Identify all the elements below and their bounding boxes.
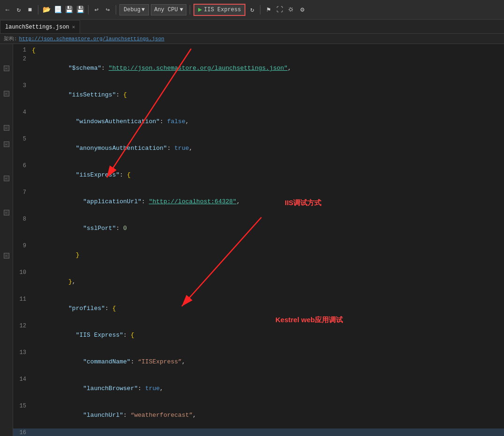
code-line: 8 "sslPort": 0: [13, 215, 504, 242]
schema-bar: 架构: http://json.schemastore.org/launchse…: [0, 34, 504, 44]
save-all-icon[interactable]: 💾: [75, 5, 85, 15]
debug-chevron-icon: ▼: [141, 7, 145, 13]
diagnostic-icon[interactable]: ⚙: [297, 5, 307, 15]
schema-link[interactable]: "http://json.schemastore.org/launchsetti…: [109, 65, 288, 72]
bookmark-icon[interactable]: ⚑: [264, 5, 273, 15]
editor-container: − − − − − − − 1 { 2 "$schema": "http://j…: [0, 44, 504, 436]
separator-5: [260, 5, 260, 15]
refresh-icon[interactable]: ↻: [14, 5, 23, 15]
code-line: 3 "iisSettings": {: [13, 81, 504, 108]
code-line: 10 },: [13, 268, 504, 295]
code-line: 15 "launchUrl": “weatherforecast”,: [13, 402, 504, 429]
collapse-envvars-iis[interactable]: −: [4, 176, 9, 181]
code-line: 4 "windowsAuthentication": false,: [13, 108, 504, 135]
code-line: 1 {: [13, 46, 504, 55]
stop-icon[interactable]: ■: [25, 5, 35, 15]
code-line: 9 }: [13, 242, 504, 268]
collapse-iissettings[interactable]: −: [4, 66, 9, 71]
toolbar: ← ↻ ■ 📂 📃 💾 💾 ↩ ↪ Debug ▼ Any CPU ▼ ► II…: [0, 0, 504, 20]
schema-url-link[interactable]: http://json.schemastore.org/launchsettin…: [19, 36, 164, 42]
tab-close-icon[interactable]: ✕: [72, 24, 75, 30]
debug-dropdown[interactable]: Debug ▼: [119, 4, 149, 15]
undo-icon[interactable]: ↩: [92, 5, 101, 15]
collapse-iisexpress[interactable]: −: [4, 91, 9, 96]
screenshot-icon[interactable]: ⛶: [275, 5, 284, 15]
restart-icon[interactable]: ↻: [247, 5, 257, 15]
cpu-label: Any CPU: [154, 7, 178, 13]
save-icon[interactable]: 💾: [64, 5, 74, 15]
code-editor[interactable]: 1 { 2 "$schema": "http://json.schemastor…: [13, 44, 504, 436]
left-margin: − − − − − − −: [0, 44, 13, 436]
tab-bar: launchSettings.json ✕: [0, 20, 504, 34]
performance-icon[interactable]: ⛭: [286, 5, 296, 15]
code-line: 5 "anonymousAuthentication": true,: [13, 135, 504, 162]
new-project-icon[interactable]: 📂: [42, 5, 51, 15]
code-line: 6 "iisExpress": {: [13, 162, 504, 188]
debug-label: Debug: [124, 7, 141, 13]
back-icon[interactable]: ←: [3, 5, 12, 15]
separator-4: [190, 5, 190, 15]
localhost-64328-link[interactable]: "http://localhost:64328": [149, 198, 237, 205]
iis-label: IIS Express: [204, 7, 241, 13]
collapse-profiles[interactable]: −: [4, 125, 9, 131]
code-line: 13 "commandName": “IISExpress”,: [13, 348, 504, 375]
collapse-blog-api[interactable]: −: [4, 210, 9, 215]
cpu-dropdown[interactable]: Any CPU ▼: [151, 4, 186, 15]
code-line: 11 "profiles": {: [13, 295, 504, 322]
code-line-highlight: 16 "environmentVariables": {: [13, 429, 504, 436]
code-line: 2 "$schema": "http://json.schemastore.or…: [13, 55, 504, 81]
tab-launch-settings[interactable]: launchSettings.json ✕: [0, 20, 80, 33]
collapse-envvars-api[interactable]: −: [4, 253, 9, 259]
tab-filename: launchSettings.json: [5, 24, 69, 30]
cpu-chevron-icon: ▼: [180, 7, 183, 13]
code-line: 12 "IIS Express": {: [13, 322, 504, 348]
open-icon[interactable]: 📃: [53, 5, 62, 15]
redo-icon[interactable]: ↪: [103, 5, 112, 15]
play-icon: ►: [198, 6, 202, 14]
collapse-iis-profile[interactable]: −: [4, 141, 9, 147]
iis-run-button[interactable]: ► IIS Express: [193, 4, 246, 16]
separator-2: [88, 5, 89, 15]
code-line: 7 "applicationUrl": "http://localhost:64…: [13, 188, 504, 215]
code-line: 14 "launchBrowser": true,: [13, 375, 504, 402]
separator-3: [116, 5, 116, 15]
separator-1: [38, 5, 38, 15]
schema-prefix: 架构:: [4, 35, 17, 42]
